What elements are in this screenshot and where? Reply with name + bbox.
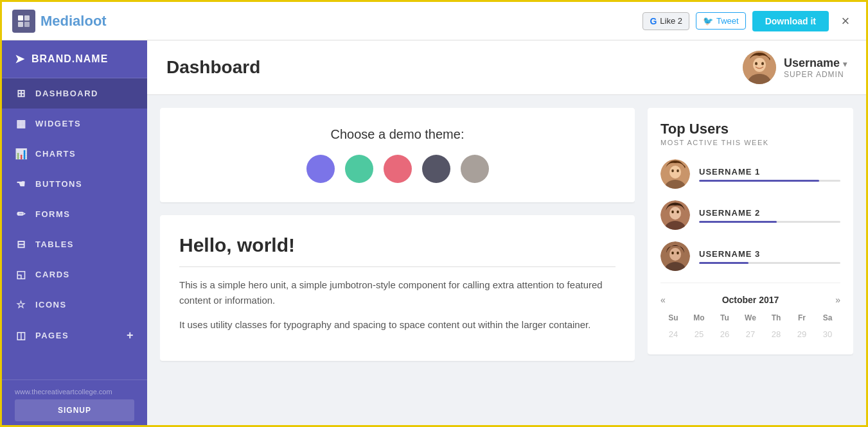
svg-point-13 — [677, 170, 679, 172]
top-users-subtitle: MOST ACTIVE THIS WEEK — [660, 139, 840, 146]
logo-text: Medialoot — [40, 13, 107, 30]
svg-point-23 — [677, 252, 679, 254]
sidebar-item-cards[interactable]: ◱ CARDS — [2, 259, 147, 290]
cal-header-fr: Fr — [789, 311, 815, 324]
user-row-info-3: USERNAME 3 — [699, 249, 840, 264]
hero-text-1: This is a simple hero unit, a simple jum… — [179, 277, 616, 308]
color-circle-5[interactable] — [461, 155, 489, 183]
dropdown-arrow: ▾ — [843, 60, 847, 69]
main-content: Choose a demo theme: Hello, world! — [147, 95, 866, 427]
calendar-day-headers: Su Mo Tu We Th Fr Sa — [660, 311, 840, 324]
color-circle-3[interactable] — [384, 155, 412, 183]
sidebar-item-icons[interactable]: ☆ ICONS — [2, 290, 147, 320]
sidebar-label-cards: CARDS — [35, 270, 70, 279]
pages-plus-icon: + — [127, 329, 134, 342]
svg-point-5 — [753, 58, 766, 72]
calendar-prev-button[interactable]: « — [660, 295, 666, 305]
charts-icon: 📊 — [15, 148, 28, 160]
cal-day-24[interactable]: 24 — [660, 327, 686, 342]
sidebar-label-icons: ICONS — [35, 300, 67, 309]
cal-day-28[interactable]: 28 — [763, 327, 789, 342]
content-header: Dashboard — [147, 40, 866, 95]
cal-header-we: We — [738, 311, 763, 324]
svg-point-7 — [755, 62, 757, 65]
sidebar-label-forms: FORMS — [35, 209, 70, 219]
twitter-icon: 🐦 — [703, 16, 713, 26]
sidebar-item-forms[interactable]: ✏ FORMS — [2, 199, 147, 229]
user-row-name-3: USERNAME 3 — [699, 249, 840, 259]
theme-chooser-title: Choose a demo theme: — [179, 127, 616, 142]
user-progress-fill-3 — [699, 262, 748, 264]
user-row-info-2: USERNAME 2 — [699, 208, 840, 223]
tables-icon: ⊟ — [15, 238, 28, 250]
tweet-label: Tweet — [716, 16, 739, 26]
cal-header-mo: Mo — [686, 311, 712, 324]
sidebar-item-pages[interactable]: ◫ PAGES + — [2, 320, 147, 351]
facebook-like-button[interactable]: G Like 2 — [642, 12, 689, 30]
cal-day-25[interactable]: 25 — [686, 327, 712, 342]
calendar-next-button[interactable]: » — [835, 295, 840, 305]
hero-text-2: It uses utility classes for typography a… — [179, 317, 616, 333]
signup-button[interactable]: SIGNUP — [15, 399, 134, 421]
cal-header-th: Th — [763, 311, 789, 324]
user-row-info-1: USERNAME 1 — [699, 167, 840, 182]
color-circle-2[interactable] — [345, 155, 373, 183]
sidebar-item-widgets[interactable]: ▦ WIDGETS — [2, 109, 147, 139]
hero-divider — [179, 266, 616, 267]
sidebar-item-charts[interactable]: 📊 CHARTS — [2, 139, 147, 169]
close-button[interactable]: × — [835, 11, 856, 31]
user-progress-fill-2 — [699, 221, 777, 223]
svg-point-15 — [669, 207, 681, 220]
color-circle-4[interactable] — [422, 155, 450, 183]
svg-rect-3 — [24, 22, 30, 27]
cal-day-26[interactable]: 26 — [712, 327, 738, 342]
download-button[interactable]: Download it — [752, 11, 829, 31]
content-area: Dashboard — [147, 40, 866, 427]
facebook-icon: G — [650, 16, 657, 26]
header-user: Username ▾ SUPER ADMIN — [743, 51, 847, 84]
sidebar-item-dashboard[interactable]: ⊞ DASHBOARD — [2, 78, 147, 109]
sidebar-nav: ⊞ DASHBOARD ▦ WIDGETS 📊 CHARTS ☚ BUTTONS — [2, 78, 147, 379]
sidebar-label-widgets: WIDGETS — [35, 119, 81, 128]
cal-day-27[interactable]: 27 — [738, 327, 763, 342]
sidebar-label-tables: TABLES — [35, 240, 74, 249]
sidebar-footer-text: www.thecreativeartcollege.com — [15, 388, 134, 396]
cal-day-30[interactable]: 30 — [815, 327, 840, 342]
cards-icon: ◱ — [15, 268, 28, 281]
logo-icon — [12, 10, 35, 33]
buttons-icon: ☚ — [15, 178, 28, 190]
main-layout: ➤ BRAND.NAME ⊞ DASHBOARD ▦ WIDGETS 📊 CHA… — [2, 40, 866, 427]
page-title: Dashboard — [166, 57, 260, 78]
sidebar-item-tables[interactable]: ⊟ TABLES — [2, 229, 147, 259]
calendar-header: « October 2017 » — [660, 295, 840, 305]
tweet-button[interactable]: 🐦 Tweet — [696, 12, 746, 30]
hero-title: Hello, world! — [179, 234, 616, 256]
sidebar: ➤ BRAND.NAME ⊞ DASHBOARD ▦ WIDGETS 📊 CHA… — [2, 40, 147, 427]
sidebar-label-dashboard: DASHBOARD — [35, 89, 98, 98]
card-divider — [660, 283, 840, 283]
sidebar-brand[interactable]: ➤ BRAND.NAME — [2, 40, 147, 78]
calendar-days: 24 25 26 27 28 29 30 — [660, 327, 840, 342]
theme-chooser: Choose a demo theme: — [160, 108, 635, 202]
app-frame: Medialoot G Like 2 🐦 Tweet Download it ×… — [0, 0, 868, 427]
sidebar-bottom: www.thecreativeartcollege.com SIGNUP — [2, 379, 147, 427]
sidebar-label-charts: CHARTS — [35, 149, 76, 159]
svg-rect-2 — [18, 22, 23, 27]
user-row-2: USERNAME 2 — [660, 200, 840, 230]
fb-like-label: Like 2 — [660, 16, 682, 26]
cal-day-29[interactable]: 29 — [789, 327, 815, 342]
calendar-section: « October 2017 » Su Mo Tu We Th Fr — [660, 295, 840, 342]
hero-section: Hello, world! This is a simple hero unit… — [160, 215, 635, 361]
user-row-avatar-3 — [660, 241, 690, 271]
user-row-1: USERNAME 1 — [660, 159, 840, 189]
user-row-avatar-2 — [660, 200, 690, 230]
user-info: Username ▾ SUPER ADMIN — [784, 57, 847, 79]
svg-point-17 — [671, 211, 674, 213]
color-circle-1[interactable] — [306, 155, 335, 183]
sidebar-item-buttons[interactable]: ☚ BUTTONS — [2, 169, 147, 199]
user-name: Username ▾ — [784, 57, 847, 70]
user-row-3: USERNAME 3 — [660, 241, 840, 271]
avatar — [743, 51, 776, 84]
brand-arrow-icon: ➤ — [15, 52, 25, 66]
cal-header-su: Su — [660, 311, 686, 324]
